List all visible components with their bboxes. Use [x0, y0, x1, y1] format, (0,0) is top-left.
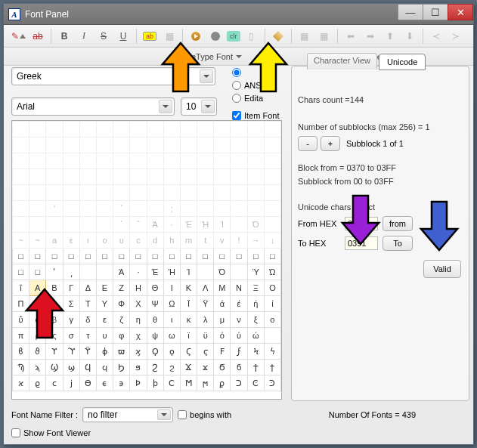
char-cell[interactable]: ϯ: [264, 360, 280, 375]
char-cell[interactable]: [13, 201, 29, 217]
close-button[interactable]: ✕: [448, 4, 473, 20]
char-cell[interactable]: Ο: [264, 280, 280, 296]
char-cell[interactable]: [96, 201, 113, 217]
char-cell[interactable]: [231, 137, 247, 153]
char-cell[interactable]: [231, 122, 247, 137]
char-cell[interactable]: ϛ: [197, 344, 214, 360]
char-cell[interactable]: Ψ: [147, 296, 163, 312]
char-cell[interactable]: [214, 185, 231, 201]
char-cell[interactable]: [130, 201, 147, 217]
char-cell[interactable]: [214, 137, 231, 153]
strike-ab-button[interactable]: ab: [29, 28, 46, 45]
char-cell[interactable]: ς: [46, 328, 63, 344]
char-cell[interactable]: ϓ: [63, 344, 79, 360]
tab-unicode[interactable]: Unicode: [379, 54, 426, 70]
char-cell[interactable]: [163, 185, 180, 201]
char-cell[interactable]: [264, 137, 280, 153]
char-cell[interactable]: ': [46, 201, 63, 217]
char-cell[interactable]: [79, 217, 96, 233]
char-cell[interactable]: Ϟ: [247, 344, 264, 360]
radio-truetype[interactable]: [232, 66, 279, 79]
char-cell[interactable]: ϐ: [13, 344, 29, 360]
char-cell[interactable]: □: [147, 249, 163, 264]
char-cell[interactable]: [29, 201, 46, 217]
alignpattern1-button[interactable]: ▦: [296, 28, 313, 45]
char-cell[interactable]: Ό: [247, 217, 264, 233]
char-cell[interactable]: Ͼ: [247, 375, 264, 391]
play-disabled-button[interactable]: [207, 28, 224, 45]
char-cell[interactable]: Ͽ: [264, 375, 280, 391]
char-cell[interactable]: Ϋ: [197, 296, 214, 312]
char-cell[interactable]: [46, 296, 63, 312]
char-cell[interactable]: □: [29, 249, 46, 264]
to-button[interactable]: To: [383, 236, 413, 251]
char-cell[interactable]: ϖ: [113, 344, 130, 360]
italic-button[interactable]: I: [76, 28, 92, 45]
char-cell[interactable]: Ϲ: [163, 375, 180, 391]
tab-character-view[interactable]: Character View: [307, 53, 377, 70]
char-cell[interactable]: υ: [113, 233, 130, 249]
char-cell[interactable]: ϕ: [96, 344, 113, 360]
char-cell[interactable]: Ϡ: [13, 360, 29, 375]
char-cell[interactable]: □: [13, 264, 29, 280]
char-cell[interactable]: Ω: [163, 296, 180, 312]
char-cell[interactable]: ρ: [29, 328, 46, 344]
char-cell[interactable]: □: [247, 249, 264, 264]
char-cell[interactable]: Ͻ: [231, 375, 247, 391]
char-cell[interactable]: ΅: [130, 217, 147, 233]
char-cell[interactable]: [63, 122, 79, 137]
char-cell[interactable]: [247, 201, 264, 217]
char-cell[interactable]: [163, 122, 180, 137]
char-cell[interactable]: [46, 169, 63, 185]
char-cell[interactable]: [79, 201, 96, 217]
char-cell[interactable]: □: [113, 249, 130, 264]
char-cell[interactable]: ι: [79, 233, 96, 249]
show-viewer-check[interactable]: Show Font Viewer: [11, 428, 466, 437]
char-cell[interactable]: Ϻ: [180, 375, 197, 391]
char-cell[interactable]: d: [147, 233, 163, 249]
char-cell[interactable]: с: [130, 233, 147, 249]
char-cell[interactable]: Ϊ: [180, 296, 197, 312]
char-cell[interactable]: [96, 137, 113, 153]
char-cell[interactable]: Γ: [63, 280, 79, 296]
char-cell[interactable]: ΄: [113, 201, 130, 217]
eraser-button[interactable]: [270, 28, 287, 45]
char-cell[interactable]: [231, 153, 247, 169]
arrow-left-button[interactable]: ⬅: [342, 28, 359, 45]
char-cell[interactable]: Η: [130, 280, 147, 296]
char-cell[interactable]: [13, 137, 29, 153]
char-cell[interactable]: Σ: [63, 296, 79, 312]
char-cell[interactable]: Ί: [180, 264, 197, 280]
font-filter-combo[interactable]: no filter: [82, 407, 173, 422]
char-cell[interactable]: [231, 185, 247, 201]
char-cell[interactable]: ζ: [113, 312, 130, 328]
char-cell[interactable]: Ϣ: [46, 360, 63, 375]
char-cell[interactable]: [13, 169, 29, 185]
char-cell[interactable]: [113, 137, 130, 153]
play-button[interactable]: [187, 28, 204, 45]
char-cell[interactable]: [113, 185, 130, 201]
char-cell[interactable]: [79, 169, 96, 185]
char-cell[interactable]: [46, 137, 63, 153]
char-cell[interactable]: Θ: [147, 280, 163, 296]
char-cell[interactable]: [197, 169, 214, 185]
char-cell[interactable]: [197, 122, 214, 137]
char-cell[interactable]: ϥ: [96, 360, 113, 375]
char-cell[interactable]: [231, 169, 247, 185]
char-cell[interactable]: !: [231, 233, 247, 249]
char-cell[interactable]: [113, 122, 130, 137]
char-cell[interactable]: Ί: [214, 217, 231, 233]
char-cell[interactable]: Ύ: [247, 264, 264, 280]
char-cell[interactable]: Ή: [163, 264, 180, 280]
char-cell[interactable]: Ά: [147, 217, 163, 233]
char-cell[interactable]: □: [163, 249, 180, 264]
char-cell[interactable]: γ: [63, 312, 79, 328]
char-cell[interactable]: ϧ: [130, 360, 147, 375]
char-cell[interactable]: [180, 153, 197, 169]
minimize-button[interactable]: —: [398, 4, 423, 20]
char-cell[interactable]: ο: [264, 312, 280, 328]
char-cell[interactable]: Ρ: [29, 296, 46, 312]
char-cell[interactable]: ·: [130, 264, 147, 280]
char-cell[interactable]: [147, 201, 163, 217]
char-cell[interactable]: [13, 122, 29, 137]
